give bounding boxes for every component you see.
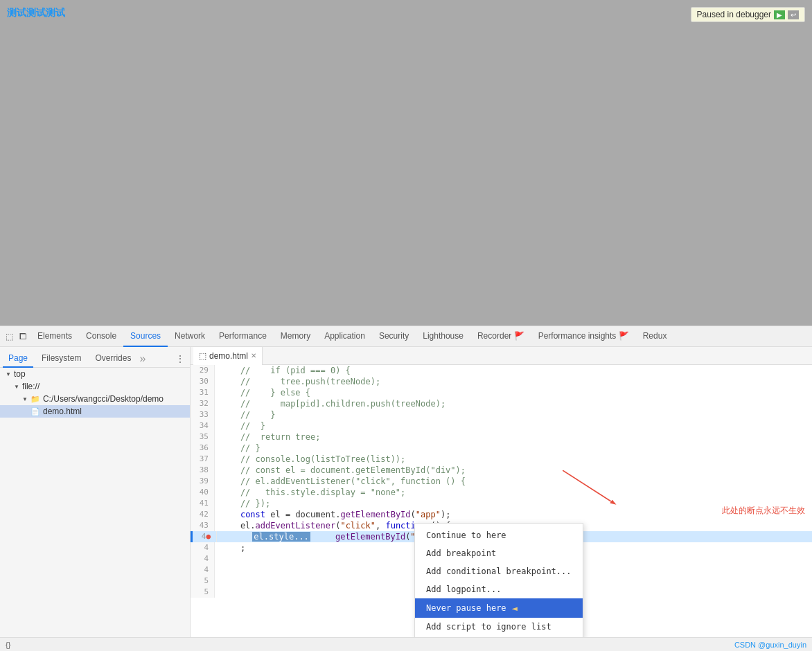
status-right: CSDN @guxin_duyin [734,641,806,649]
tree-item-file[interactable]: ▼ file:// [0,380,190,393]
menu-add-breakpoint[interactable]: Add breakpoint [415,544,583,562]
editor-tab-demo[interactable]: ⬚ demo.html ✕ [193,347,263,365]
code-area[interactable]: 29 // if (pid === 0) { 30 // tree.push(t… [191,365,812,637]
code-line-29: 29 // if (pid === 0) { [191,365,812,376]
tab-memory[interactable]: Memory [274,326,317,347]
editor-tab-label: demo.html [209,351,248,361]
paused-banner: Paused in debugger ▶ ↩ [691,7,805,22]
arrow-icon: ▼ [6,371,11,377]
subtab-page[interactable]: Page [3,350,33,368]
file-icon: 📄 [30,407,40,416]
tree-label: C:/Users/wangcci/Desktop/demo [43,394,164,404]
arrow-icon: ▼ [14,384,19,390]
left-panel: Page Filesystem Overrides » ⋮ ▼ top ▼ fi… [0,347,191,637]
status-left: {} [6,641,10,649]
step-button[interactable]: ↩ [788,10,799,19]
svg-line-0 [563,470,611,501]
paused-label: Paused in debugger [697,10,771,19]
menu-add-to-ignore[interactable]: Add script to ignore list [415,618,583,636]
status-bar: {} CSDN @guxin_duyin [0,637,812,651]
code-line-32: 32 // map[pid].children.push(treeNode); [191,398,812,409]
editor-tab-close[interactable]: ✕ [251,352,256,359]
annotation-text: 此处的断点永远不生效 [722,505,805,517]
menu-never-pause[interactable]: Never pause here ◄ [415,598,583,618]
inspect-icon[interactable]: ⬚ [3,330,15,343]
code-line-36: 36 // } [191,443,812,454]
folder-icon: 📁 [30,395,40,404]
devtools-toolbar: ⬚ ⧠ Elements Console Sources Network Per… [0,326,812,347]
tree-label: demo.html [43,407,82,416]
code-line-39: 39 // el.addEventListener("click", funct… [191,476,812,487]
code-annotation: 此处的断点永远不生效 [722,505,805,517]
devtools-panel: ⬚ ⧠ Elements Console Sources Network Per… [0,326,812,651]
status-brackets: {} [6,641,10,649]
tab-console[interactable]: Console [79,326,123,347]
tab-elements[interactable]: Elements [30,326,79,347]
more-options-icon[interactable]: ⋮ [173,353,187,365]
tab-sources[interactable]: Sources [123,326,168,347]
code-line-33: 33 // } [191,409,812,420]
browser-page: 测试测试测试 Paused in debugger ▶ ↩ [0,0,812,326]
code-line-35: 35 // return tree; [191,431,812,443]
editor-tab-icon: ⬚ [199,351,206,361]
sources-subtabs: Page Filesystem Overrides » ⋮ [0,350,190,368]
right-panel: ⬚ demo.html ✕ 29 // if (pid === 0) { 30 … [191,347,812,637]
tab-performance[interactable]: Performance [212,326,274,347]
device-icon[interactable]: ⧠ [17,330,29,343]
menu-add-conditional[interactable]: Add conditional breakpoint... [415,562,583,580]
tab-network[interactable]: Network [168,326,212,347]
tree-label: top [14,369,26,379]
code-line-31: 31 // } else { [191,387,812,398]
tab-redux[interactable]: Redux [636,326,674,347]
tab-performance-insights[interactable]: Performance insights 🚩 [531,326,636,347]
code-line-42: 42 const el = document.getElementById("a… [191,509,812,520]
code-line-41: 41 // }); [191,498,812,509]
context-menu: Continue to here Add breakpoint Add cond… [414,523,583,637]
tree-label: file:// [22,382,39,391]
code-line-30: 30 // tree.push(treeNode); [191,376,812,387]
code-line-34: 34 // } [191,420,812,431]
subtabs-more[interactable]: » [139,353,145,365]
tree-item-demo-html[interactable]: 📄 demo.html [0,405,190,418]
subtab-options: ⋮ [173,353,187,365]
page-title: 测试测试测试 [7,7,65,19]
editor-tabs: ⬚ demo.html ✕ [191,347,812,365]
code-line-40: 40 // this.style.display = "none"; [191,487,812,498]
tree-item-desktop-demo[interactable]: ▼ 📁 C:/Users/wangcci/Desktop/demo [0,393,190,405]
code-line-38: 38 // const el = document.getElementById… [191,465,812,476]
menu-continue-here[interactable]: Continue to here [415,526,583,544]
resume-button[interactable]: ▶ [774,10,785,19]
subtab-overrides[interactable]: Overrides [89,350,136,368]
tab-security[interactable]: Security [372,326,416,347]
tree-item-top[interactable]: ▼ top [0,368,190,380]
tab-lighthouse[interactable]: Lighthouse [416,326,470,347]
devtools-main: Page Filesystem Overrides » ⋮ ▼ top ▼ fi… [0,347,812,637]
menu-add-logpoint[interactable]: Add logpoint... [415,580,583,598]
annotation-arrow [563,470,618,505]
code-line-37: 37 // console.log(listToTree(list)); [191,454,812,465]
menu-arrow-icon: ◄ [512,603,518,614]
tab-application[interactable]: Application [317,326,372,347]
tab-recorder[interactable]: Recorder 🚩 [470,326,531,347]
subtab-filesystem[interactable]: Filesystem [36,350,87,368]
arrow-icon: ▼ [22,396,28,402]
devtools-tabs: Elements Console Sources Network Perform… [30,326,809,347]
